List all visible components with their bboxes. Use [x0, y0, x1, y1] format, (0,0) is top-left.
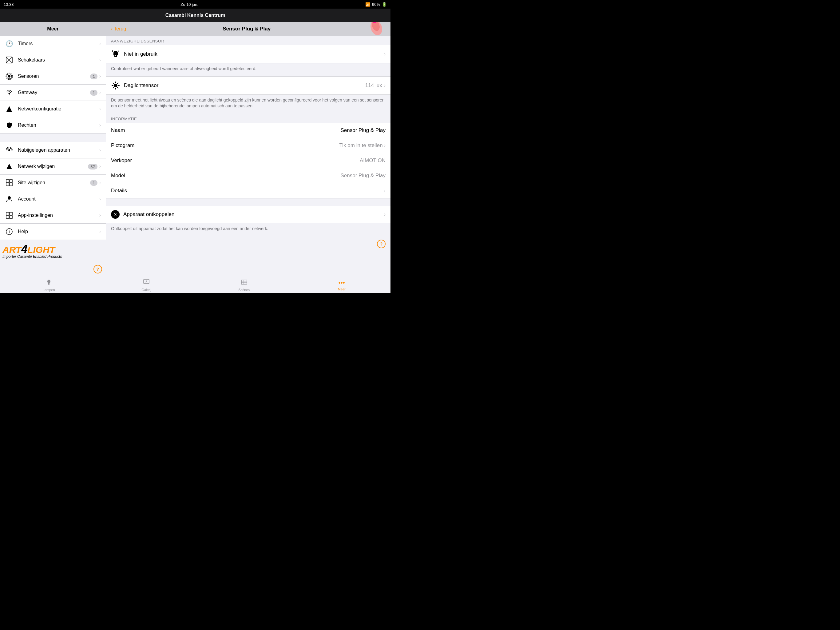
svg-rect-13 [6, 183, 9, 186]
svg-line-35 [117, 83, 118, 84]
sidebar-item-sensoren[interactable]: Sensoren 1 › [0, 68, 106, 85]
svg-point-15 [8, 196, 11, 199]
logo-number: 4 [21, 244, 27, 255]
svg-rect-12 [9, 180, 12, 182]
svg-text:i: i [9, 230, 9, 234]
logo-art: ART [2, 245, 21, 255]
sidebar-label-sensoren: Sensoren [18, 73, 90, 79]
right-help-button[interactable]: ? [377, 240, 385, 248]
chevron-icon: › [99, 90, 101, 95]
chevron-icon: › [384, 51, 385, 57]
spacer [106, 198, 390, 206]
nearby-icon [5, 146, 14, 154]
account-icon [5, 195, 14, 203]
chevron-icon: › [384, 212, 385, 217]
svg-point-28 [114, 84, 117, 87]
tab-meer[interactable]: ••• Meer [293, 279, 391, 291]
sidebar-label-netwerkconfiguratie: Netwerkconfiguratie [18, 106, 99, 112]
daglichtsensor-item[interactable]: Daglichtsensor 114 lux › [106, 76, 390, 95]
chevron-icon: › [99, 57, 101, 63]
sensor-icon [5, 72, 14, 81]
sidebar-item-schakelaars[interactable]: Schakelaars › [0, 52, 106, 68]
klik-area: KLIK [367, 22, 385, 41]
tab-scenes[interactable]: Scènes [195, 279, 293, 291]
sidebar-help-button[interactable]: ? [93, 265, 102, 274]
aanwezigheidssensor-label: Niet in gebruik [124, 51, 384, 57]
sidebar-label-site-wijzigen: Site wijzigen [18, 180, 90, 185]
info-value-naam: Sensor Plug & Play [341, 127, 385, 133]
sidebar-item-netwerk-wijzigen[interactable]: Netwerk wijzigen 32 › [0, 158, 106, 175]
chevron-icon: › [99, 122, 101, 128]
sidebar-item-help[interactable]: i Help › [0, 224, 106, 240]
netwerk-badge: 32 [88, 164, 97, 169]
info-row-model: Model Sensor Plug & Play [106, 168, 390, 184]
sidebar-label-account: Account [18, 196, 99, 202]
sidebar-item-gateway[interactable]: Gateway 1 › [0, 85, 106, 101]
daglichtsensor-label: Daglichtsensor [124, 82, 365, 89]
aanwezigheidssensor-item[interactable]: Niet in gebruik › [106, 45, 390, 63]
lamp-icon [46, 279, 52, 287]
help-icon: i [5, 227, 14, 236]
sidebar-label-netwerk-wijzigen: Netwerk wijzigen [18, 164, 88, 169]
tab-galerij[interactable]: A Galerij [98, 279, 196, 291]
sidebar-item-netwerkconfiguratie[interactable]: Netwerkconfiguratie › [0, 101, 106, 117]
sidebar-item-rechten[interactable]: Rechten › [0, 117, 106, 133]
sensoren-badge: 1 [90, 73, 97, 79]
info-value-pictogram: Tik om in te stellen [339, 142, 383, 149]
status-bar: 13:33 Zo 10 jan. 📶 90% 🔋 [0, 0, 390, 9]
section-header-informatie: INFORMATIE [106, 114, 390, 123]
tab-lampen[interactable]: Lampen [0, 279, 98, 291]
disconnect-item[interactable]: Apparaat ontkoppelen › [106, 206, 390, 223]
gateway-badge: 1 [90, 90, 97, 96]
info-row-verkoper: Verkoper AIMOTION [106, 153, 390, 168]
disconnect-description: Ontkoppelt dit apparaat zodat het kan wo… [106, 223, 390, 236]
chevron-icon: › [384, 83, 385, 88]
sidebar-item-nabijgelegen[interactable]: Nabijgelegen apparaten › [0, 142, 106, 158]
info-value-model: Sensor Plug & Play [341, 173, 385, 179]
tab-label-meer: Meer [338, 287, 346, 291]
sidebar-item-account[interactable]: Account › [0, 191, 106, 207]
app-settings-icon [5, 211, 14, 220]
daylight-sensor-icon [111, 81, 120, 90]
sensor-plug-icon [111, 49, 120, 59]
logo-area: ART 4 LIGHT Importer Casambi Enabled Pro… [0, 240, 106, 263]
wifi-icon: 📶 [365, 2, 370, 7]
svg-point-3 [8, 75, 11, 78]
chevron-icon: › [384, 188, 385, 193]
sidebar-item-site-wijzigen[interactable]: Site wijzigen 1 › [0, 175, 106, 191]
chevron-icon: › [99, 41, 101, 46]
right-panel: ‹ Terug Sensor Plug & Play KLIK [106, 22, 390, 277]
app-title: Casambi Kennis Centrum [166, 13, 225, 18]
info-row-details[interactable]: Details › [106, 184, 390, 198]
disconnect-icon [111, 210, 120, 219]
tab-label-galerij: Galerij [141, 288, 151, 291]
chevron-icon: › [99, 73, 101, 79]
svg-marker-8 [6, 106, 12, 112]
daglichtsensor-value: 114 lux [365, 82, 382, 89]
scenes-icon [241, 279, 248, 287]
status-time: 13:33 [4, 2, 14, 7]
klik-overlay: KLIK [364, 22, 385, 41]
chevron-icon: › [99, 229, 101, 234]
svg-rect-41 [242, 280, 247, 284]
battery-icon: 🔋 [382, 2, 387, 7]
svg-point-6 [9, 93, 10, 95]
status-right: 📶 90% 🔋 [365, 2, 387, 7]
svg-text:A: A [145, 280, 148, 283]
back-label: Terug [114, 26, 126, 32]
logo-subtitle: Importer Casambi Enabled Products [2, 255, 103, 259]
back-button[interactable]: ‹ Terug [111, 26, 126, 32]
sidebar-item-app-instellingen[interactable]: App-instellingen › [0, 207, 106, 224]
site-icon [5, 179, 14, 187]
switch-icon [5, 56, 14, 64]
gateway-icon [5, 88, 14, 97]
edit-network-icon [5, 162, 14, 171]
rechten-icon [5, 121, 14, 130]
disconnect-label: Apparaat ontkoppelen [123, 211, 384, 217]
info-row-pictogram[interactable]: Pictogram Tik om in te stellen › [106, 138, 390, 153]
sidebar-label-help: Help [18, 229, 99, 234]
sidebar-label-nabijgelegen: Nabijgelegen apparaten [18, 147, 99, 153]
sidebar-item-timers[interactable]: 🕐 Timers › [0, 36, 106, 52]
site-badge: 1 [90, 180, 97, 186]
svg-rect-17 [9, 212, 12, 215]
